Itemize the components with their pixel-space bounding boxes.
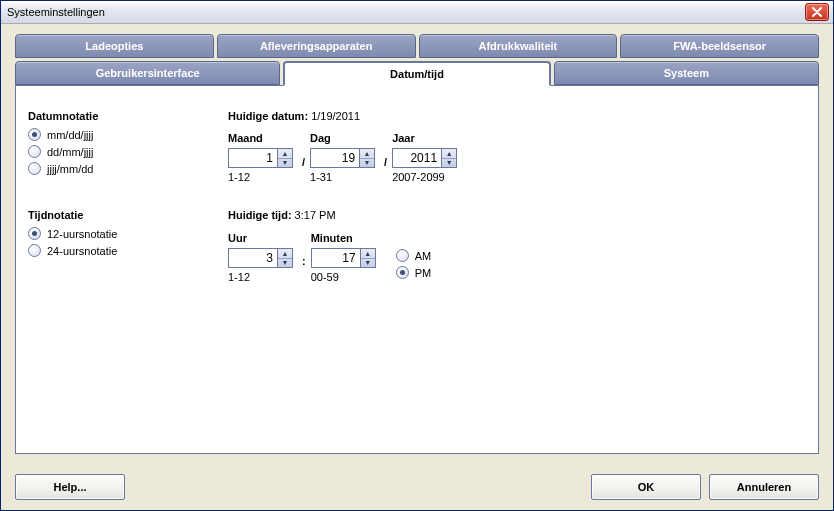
- radio-pm[interactable]: PM: [396, 266, 432, 279]
- spinner-arrows: ▲ ▼: [277, 249, 292, 267]
- current-time-label: Huidige tijd:: [228, 209, 292, 221]
- day-hint: 1-31: [310, 171, 375, 183]
- radio-icon: [396, 266, 409, 279]
- hour-field: Uur 3 ▲ ▼ 1-12: [228, 232, 293, 283]
- dialog-body: Ladeopties Afleveringsapparaten Afdrukkw…: [1, 24, 833, 464]
- month-field: Maand 1 ▲ ▼ 1-12: [228, 132, 293, 183]
- arrow-up-icon[interactable]: ▲: [278, 249, 292, 258]
- year-value[interactable]: 2011: [393, 149, 441, 167]
- minute-field: Minuten 17 ▲ ▼ 00-59: [311, 232, 376, 283]
- radio-label: 12-uursnotatie: [47, 228, 117, 240]
- tab-system[interactable]: Systeem: [554, 61, 819, 85]
- time-fields-column: Huidige tijd: 3:17 PM Uur 3 ▲ ▼: [228, 209, 806, 283]
- radio-label: mm/dd/jjjj: [47, 129, 93, 141]
- minute-label: Minuten: [311, 232, 376, 244]
- month-spinner[interactable]: 1 ▲ ▼: [228, 148, 293, 168]
- arrow-up-icon[interactable]: ▲: [278, 149, 292, 158]
- month-hint: 1-12: [228, 171, 293, 183]
- year-field: Jaar 2011 ▲ ▼ 2007-2099: [392, 132, 457, 183]
- year-hint: 2007-2099: [392, 171, 457, 183]
- titlebar: Systeeminstellingen: [1, 1, 833, 24]
- radio-date-mmddyyyy[interactable]: mm/dd/jjjj: [28, 128, 228, 141]
- time-row: Tijdnotatie 12-uursnotatie 24-uursnotati…: [28, 209, 806, 283]
- hour-value[interactable]: 3: [229, 249, 277, 267]
- tab-panel: Datumnotatie mm/dd/jjjj dd/mm/jjjj jjjj/…: [15, 85, 819, 454]
- radio-time-12h[interactable]: 12-uursnotatie: [28, 227, 228, 240]
- radio-icon: [396, 249, 409, 262]
- radio-am[interactable]: AM: [396, 249, 432, 262]
- month-value[interactable]: 1: [229, 149, 277, 167]
- arrow-down-icon[interactable]: ▼: [360, 158, 374, 168]
- day-field: Dag 19 ▲ ▼ 1-31: [310, 132, 375, 183]
- date-sep-1: /: [297, 152, 310, 172]
- arrow-up-icon[interactable]: ▲: [361, 249, 375, 258]
- year-spinner[interactable]: 2011 ▲ ▼: [392, 148, 457, 168]
- radio-label: AM: [415, 250, 432, 262]
- arrow-up-icon[interactable]: ▲: [360, 149, 374, 158]
- radio-label: jjjj/mm/dd: [47, 163, 93, 175]
- cancel-button[interactable]: Annuleren: [709, 474, 819, 500]
- time-format-heading: Tijdnotatie: [28, 209, 228, 221]
- date-format-heading: Datumnotatie: [28, 110, 228, 122]
- tab-output-devices[interactable]: Afleveringsapparaten: [217, 34, 416, 58]
- hour-label: Uur: [228, 232, 293, 244]
- date-row: Datumnotatie mm/dd/jjjj dd/mm/jjjj jjjj/…: [28, 110, 806, 183]
- day-label: Dag: [310, 132, 375, 144]
- radio-icon: [28, 128, 41, 141]
- radio-icon: [28, 162, 41, 175]
- tab-date-time[interactable]: Datum/tijd: [283, 61, 550, 86]
- hour-spinner[interactable]: 3 ▲ ▼: [228, 248, 293, 268]
- day-value[interactable]: 19: [311, 149, 359, 167]
- tab-row-1: Ladeopties Afleveringsapparaten Afdrukkw…: [15, 34, 819, 58]
- date-format-column: Datumnotatie mm/dd/jjjj dd/mm/jjjj jjjj/…: [28, 110, 228, 183]
- button-bar: Help... OK Annuleren: [1, 464, 833, 510]
- date-fields-column: Huidige datum: 1/19/2011 Maand 1 ▲ ▼: [228, 110, 806, 183]
- radio-date-yyyymmdd[interactable]: jjjj/mm/dd: [28, 162, 228, 175]
- close-button[interactable]: [805, 3, 829, 21]
- current-date-label: Huidige datum:: [228, 110, 308, 122]
- window-title: Systeeminstellingen: [7, 6, 105, 18]
- arrow-down-icon[interactable]: ▼: [361, 258, 375, 268]
- radio-label: 24-uursnotatie: [47, 245, 117, 257]
- arrow-down-icon[interactable]: ▼: [278, 258, 292, 268]
- arrow-down-icon[interactable]: ▼: [442, 158, 456, 168]
- radio-icon: [28, 244, 41, 257]
- tab-tray-options[interactable]: Ladeopties: [15, 34, 214, 58]
- tab-fwa-image-sensor[interactable]: FWA-beeldsensor: [620, 34, 819, 58]
- ok-button[interactable]: OK: [591, 474, 701, 500]
- month-label: Maand: [228, 132, 293, 144]
- radio-icon: [28, 227, 41, 240]
- spinner-arrows: ▲ ▼: [277, 149, 292, 167]
- minute-value[interactable]: 17: [312, 249, 360, 267]
- spinner-arrows: ▲ ▼: [360, 249, 375, 267]
- tab-print-quality[interactable]: Afdrukkwaliteit: [419, 34, 618, 58]
- day-spinner[interactable]: 19 ▲ ▼: [310, 148, 375, 168]
- year-label: Jaar: [392, 132, 457, 144]
- arrow-down-icon[interactable]: ▼: [278, 158, 292, 168]
- minute-spinner[interactable]: 17 ▲ ▼: [311, 248, 376, 268]
- time-format-column: Tijdnotatie 12-uursnotatie 24-uursnotati…: [28, 209, 228, 283]
- tab-row-2: Gebruikersinterface Datum/tijd Systeem: [15, 61, 819, 86]
- spinner-arrows: ▲ ▼: [441, 149, 456, 167]
- radio-label: PM: [415, 267, 432, 279]
- current-date-value: 1/19/2011: [311, 110, 360, 122]
- tab-user-interface[interactable]: Gebruikersinterface: [15, 61, 280, 85]
- hour-hint: 1-12: [228, 271, 293, 283]
- help-button[interactable]: Help...: [15, 474, 125, 500]
- minute-hint: 00-59: [311, 271, 376, 283]
- spinner-arrows: ▲ ▼: [359, 149, 374, 167]
- system-settings-window: Systeeminstellingen Ladeopties Afleverin…: [0, 0, 834, 511]
- ampm-block: AM PM: [396, 249, 432, 283]
- close-icon: [812, 7, 822, 17]
- radio-time-24h[interactable]: 24-uursnotatie: [28, 244, 228, 257]
- time-fields: Uur 3 ▲ ▼ 1-12 : M: [228, 231, 806, 283]
- radio-icon: [28, 145, 41, 158]
- arrow-up-icon[interactable]: ▲: [442, 149, 456, 158]
- date-sep-2: /: [379, 152, 392, 172]
- time-sep: :: [297, 251, 311, 271]
- date-fields: Maand 1 ▲ ▼ 1-12 /: [228, 132, 806, 183]
- radio-label: dd/mm/jjjj: [47, 146, 93, 158]
- current-time-value: 3:17 PM: [295, 209, 336, 221]
- radio-date-ddmmyyyy[interactable]: dd/mm/jjjj: [28, 145, 228, 158]
